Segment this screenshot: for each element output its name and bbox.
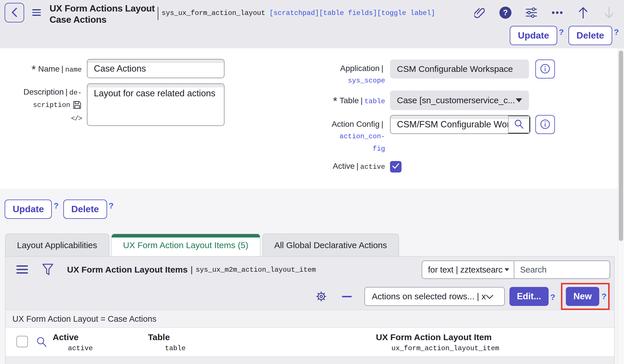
related-list-tabs: Layout Applicabilities UX Form Action La… [5, 234, 399, 256]
scrollbar-thumb[interactable] [619, 51, 623, 241]
record-table-name: sys_ux_form_action_layout [162, 9, 265, 17]
application-info-button[interactable] [535, 60, 555, 78]
svg-text:?: ? [503, 8, 508, 17]
select-all-checkbox[interactable] [16, 336, 28, 347]
table-field-name[interactable]: table [364, 97, 385, 105]
action-config-field-name[interactable]: fig [373, 145, 385, 153]
page-title: UX Form Actions Layout Case Actions [50, 3, 155, 25]
reference-lookup-button[interactable] [508, 116, 530, 133]
tab-all-global-declarative-actions[interactable]: All Global Declarative Actions [262, 234, 399, 256]
title-divider [158, 7, 158, 20]
collapse-icon[interactable] [342, 296, 352, 297]
search-icon [514, 119, 524, 130]
section-update-button[interactable]: Update [5, 200, 52, 219]
name-field-name: name [65, 66, 82, 74]
highlight-annotation: New ? [561, 283, 610, 310]
search-field-select[interactable]: for text | zztextsearc [422, 260, 514, 279]
section-delete-help-mark[interactable]: ? [109, 201, 114, 210]
description-field-name: scription [33, 101, 70, 109]
actions-on-rows-select[interactable]: Actions on selected rows... | x [364, 287, 505, 306]
column-field-layout-item: ux_form_action_layout_item [391, 344, 499, 352]
action-config-reference [390, 115, 530, 134]
gear-icon[interactable] [315, 291, 327, 302]
edit-button[interactable]: Edit... [509, 287, 549, 306]
delete-button[interactable]: Delete [568, 26, 612, 45]
attachment-icon[interactable] [473, 6, 486, 19]
header-button-row: Update ? Delete ? [510, 26, 619, 45]
section-update-help-mark[interactable]: ? [54, 201, 58, 210]
table-select[interactable]: Case [sn_customerservice_c... [390, 91, 529, 110]
delete-help-mark[interactable]: ? [614, 28, 619, 37]
list-filter-breadcrumb[interactable]: UX Form Action Layout = Case Actions [5, 310, 614, 327]
arrow-up-icon[interactable] [577, 6, 589, 19]
column-search-icon[interactable] [36, 336, 47, 348]
record-form: *Name|name Description|de- scription </>… [0, 48, 618, 189]
filter-icon[interactable] [42, 264, 53, 276]
edit-help-mark[interactable]: ? [550, 293, 555, 302]
required-mark: * [333, 95, 337, 107]
active-checkbox[interactable] [390, 161, 402, 173]
info-icon [540, 64, 550, 75]
chevron-down-icon [486, 292, 493, 301]
name-label: *Name|name [0, 63, 82, 76]
active-label: Active|active [310, 160, 385, 173]
check-icon [392, 163, 399, 170]
column-field-table: table [165, 344, 186, 352]
record-flags[interactable]: [scratchpad][table fields][toggle label] [269, 9, 435, 17]
related-list-panel: UX Form Action Layout Items | sys_ux_m2m… [5, 256, 615, 364]
application-label: Application| sys_scope [310, 63, 385, 87]
required-mark: * [32, 64, 36, 76]
back-button[interactable] [5, 3, 24, 22]
new-help-mark[interactable]: ? [602, 292, 606, 301]
tab-ux-form-action-layout-items[interactable]: UX Form Action Layout Items (5) [111, 234, 260, 256]
tab-layout-applicabilities[interactable]: Layout Applicabilities [5, 234, 109, 256]
vertical-scrollbar[interactable] [618, 48, 624, 364]
name-input[interactable] [87, 59, 225, 78]
active-field-name: active [360, 163, 385, 171]
page-title-line2: Case Actions [50, 14, 155, 25]
arrow-down-icon[interactable] [603, 6, 615, 19]
description-label: Description|de- scription </> [0, 86, 82, 124]
section-button-row: Update ? Delete ? [5, 200, 114, 219]
list-title-pipe: | [188, 265, 196, 275]
description-input[interactable]: Layout for case related actions [87, 83, 225, 126]
settings-sliders-icon[interactable] [525, 6, 538, 19]
page-title-line1: UX Form Actions Layout [50, 3, 155, 14]
application-field-name[interactable]: sys_scope [348, 77, 385, 85]
app-header: UX Form Actions Layout Case Actions sys_… [0, 0, 624, 48]
action-config-info-button[interactable] [535, 115, 555, 134]
list-menu-icon[interactable] [16, 265, 28, 274]
list-title: UX Form Action Layout Items [67, 265, 188, 275]
more-icon[interactable] [551, 6, 564, 19]
menu-icon[interactable] [32, 9, 41, 18]
list-search-input[interactable] [514, 260, 610, 279]
update-button[interactable]: Update [510, 26, 557, 45]
next-row-strip [5, 357, 614, 364]
header-title-row: UX Form Actions Layout Case Actions sys_… [5, 3, 615, 25]
code-icon[interactable]: </> [71, 115, 82, 122]
list-toolbar-row2: Actions on selected rows... | x Edit... … [5, 283, 614, 310]
action-config-label: Action Config| action_con- fig [310, 118, 385, 155]
column-header-table[interactable]: Table [148, 332, 170, 342]
list-table-name: sys_ux_m2m_action_layout_item [196, 266, 316, 274]
dropdown-arrow-icon [516, 98, 522, 102]
list-toolbar-row1: UX Form Action Layout Items | sys_ux_m2m… [5, 256, 614, 283]
application-value: CSM Configurable Workspace [390, 60, 529, 78]
info-icon [540, 119, 550, 130]
column-header-active[interactable]: Active [53, 332, 79, 342]
header-icon-bar: ? [473, 6, 615, 19]
chevron-left-icon [11, 7, 18, 19]
column-header-layout-item[interactable]: UX Form Action Layout Item [376, 332, 492, 342]
update-help-mark[interactable]: ? [559, 28, 564, 37]
save-icon[interactable] [73, 100, 82, 110]
table-label: *Table|table [310, 95, 385, 107]
new-button[interactable]: New [566, 287, 599, 306]
list-column-header-row: Active active Table table UX Form Action… [5, 327, 614, 357]
action-config-input[interactable] [391, 116, 508, 133]
select-arrow-icon [505, 268, 509, 271]
help-icon[interactable]: ? [499, 6, 512, 19]
column-field-active: active [68, 344, 93, 352]
section-delete-button[interactable]: Delete [63, 200, 107, 219]
